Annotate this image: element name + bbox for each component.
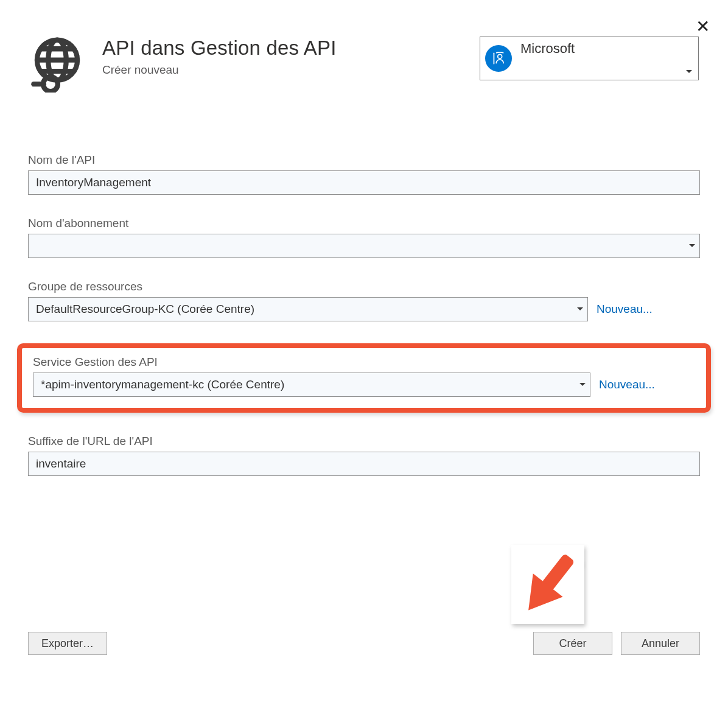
form: Nom de l'API Nom d'abonnement Groupe de …	[0, 153, 728, 476]
link-new-resource-group[interactable]: Nouveau...	[597, 303, 653, 316]
highlight-apim-service: Service Gestion des API *apim-inventorym…	[17, 343, 711, 413]
field-subscription: Nom d'abonnement	[28, 217, 700, 258]
field-url-suffix: Suffixe de l'URL de l'API	[28, 435, 700, 476]
header-left: API dans Gestion des API Créer nouveau	[29, 37, 337, 93]
arrow-annotation-icon	[511, 548, 584, 621]
label-api-name: Nom de l'API	[28, 153, 700, 167]
svg-rect-15	[511, 545, 584, 624]
select-resource-group[interactable]: DefaultResourceGroup-KC (Corée Centre)	[28, 297, 588, 321]
footer-right: Créer Annuler	[533, 632, 700, 655]
link-new-apim-service[interactable]: Nouveau...	[599, 378, 655, 391]
svg-marker-9	[523, 549, 579, 615]
select-subscription[interactable]	[28, 234, 700, 258]
arrow-annotation-icon	[511, 545, 584, 624]
account-selector[interactable]: Microsoft	[480, 37, 699, 80]
select-apim-service-value: *apim-inventorymanagement-kc (Corée Cent…	[41, 378, 284, 391]
person-badge-icon	[491, 51, 506, 66]
export-button[interactable]: Exporter…	[28, 632, 107, 655]
dialog-header: API dans Gestion des API Créer nouveau M…	[0, 0, 728, 93]
select-resource-group-value: DefaultResourceGroup-KC (Corée Centre)	[36, 303, 254, 316]
svg-marker-12	[522, 578, 561, 617]
account-name: Microsoft	[520, 37, 693, 57]
svg-point-8	[498, 54, 502, 58]
header-text: API dans Gestion des API Créer nouveau	[102, 37, 337, 77]
field-resource-group: Groupe de ressources DefaultResourceGrou…	[28, 280, 700, 321]
svg-marker-13	[544, 548, 581, 604]
dialog-title: API dans Gestion des API	[102, 37, 337, 60]
dialog-footer: Exporter… Créer Annuler	[0, 632, 728, 655]
cancel-button[interactable]: Annuler	[621, 632, 700, 655]
svg-marker-17	[514, 573, 563, 621]
select-apim-service[interactable]: *apim-inventorymanagement-kc (Corée Cent…	[33, 373, 590, 397]
close-icon[interactable]: ✕	[696, 18, 710, 35]
label-resource-group: Groupe de ressources	[28, 280, 700, 293]
field-api-name: Nom de l'API	[28, 153, 700, 195]
input-url-suffix[interactable]	[28, 452, 700, 476]
chevron-down-icon	[686, 70, 692, 74]
dialog-subtitle: Créer nouveau	[102, 63, 337, 77]
label-apim-service: Service Gestion des API	[33, 355, 700, 369]
avatar	[485, 45, 512, 72]
input-api-name[interactable]	[28, 170, 700, 195]
label-url-suffix: Suffixe de l'URL de l'API	[28, 435, 700, 448]
create-button[interactable]: Créer	[533, 632, 612, 655]
svg-marker-11	[525, 582, 556, 611]
svg-marker-10	[545, 550, 579, 603]
svg-marker-14	[522, 581, 560, 618]
api-globe-icon	[29, 37, 85, 93]
svg-rect-16	[541, 553, 575, 592]
label-subscription: Nom d'abonnement	[28, 217, 700, 230]
